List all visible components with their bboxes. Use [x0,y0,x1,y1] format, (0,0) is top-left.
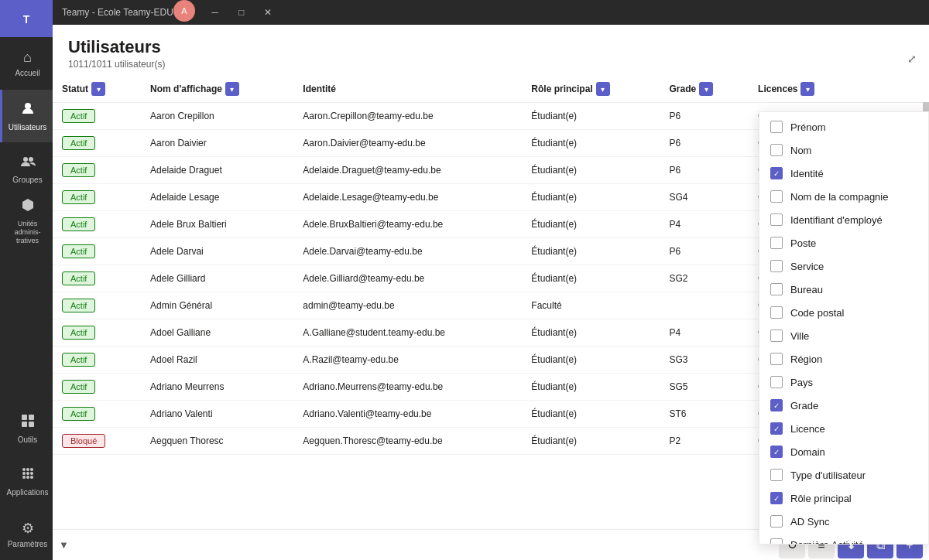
dropdown-item-poste[interactable]: Poste [759,231,928,254]
sidebar-item-outils[interactable]: Outils [0,402,53,455]
licences-filter-button[interactable]: ▾ [800,82,814,96]
cell-nom: Adoel Galliane [141,319,293,347]
page-header: Utilisateurs 1011/1011 utilisateur(s) [53,25,929,76]
statut-filter-button[interactable]: ▾ [91,82,105,96]
dropdown-item-region[interactable]: Région [759,347,928,370]
dropdown-item-nom_compagnie[interactable]: Nom de la compagnie [759,185,928,208]
checkbox [770,260,783,272]
cell-grade: P4 [660,211,749,238]
checkbox: ✓ [770,446,783,458]
sidebar-item-accueil[interactable]: ⌂ Accueil [0,37,53,90]
svg-point-2 [25,103,31,109]
dropdown-item-label: AD Sync [790,516,830,528]
dropdown-item-label: Ville [790,330,809,342]
dropdown-item-label: Identité [790,168,824,179]
dropdown-item-derniere_activite[interactable]: Dernière Activité [759,533,928,545]
dropdown-item-label: Pays [790,377,813,388]
grade-filter-button[interactable]: ▾ [699,82,713,96]
expand-button[interactable]: ⤢ [907,53,917,65]
svg-point-13 [30,468,33,471]
cell-role: Étudiant(e) [522,157,660,184]
user-avatar: A [173,0,195,22]
cell-statut: Bloqué [53,428,141,455]
dropdown-item-pays[interactable]: Pays [759,370,928,394]
cell-nom: Adele Brux Baltieri [141,211,293,238]
col-header-nom-affichage: Nom d'affichage ▾ [141,76,293,103]
dropdown-item-identifiant_employe[interactable]: Identifiant d'employé [759,208,928,231]
nom-filter-button[interactable]: ▾ [225,82,239,96]
dropdown-item-label: Grade [790,400,818,411]
cell-role: Étudiant(e) [522,401,660,428]
dropdown-item-label: Licence [790,423,825,435]
filter-input-wrap: ▼ [59,539,776,551]
cell-statut: Actif [53,157,141,184]
sidebar-item-groupes[interactable]: Groupes [0,142,53,195]
cell-statut: Actif [53,374,141,401]
sidebar-item-label: Utilisateurs [9,123,46,131]
sidebar-item-parametres[interactable]: ⚙ Paramètres [0,507,53,560]
dropdown-item-label: Rôle principal [790,493,852,504]
dropdown-item-nom[interactable]: Nom [759,138,928,162]
svg-point-14 [22,472,26,475]
dropdown-item-label: Code postal [790,307,844,319]
checkbox [770,376,783,388]
role-filter-button[interactable]: ▾ [596,82,610,96]
svg-point-18 [26,476,29,479]
dropdown-item-label: Région [790,353,822,365]
outils-icon [20,413,36,432]
dropdown-item-label: Prénom [790,121,826,133]
filter-input[interactable] [74,539,776,551]
dropdown-item-bureau[interactable]: Bureau [759,278,928,301]
cell-role: Étudiant(e) [522,211,660,238]
dropdown-item-licence[interactable]: ✓Licence [759,417,928,440]
dropdown-item-grade[interactable]: ✓Grade [759,394,928,417]
dropdown-item-domain[interactable]: ✓Domain [759,440,928,463]
cell-nom: Adriano Valenti [141,401,293,428]
dropdown-item-service[interactable]: Service [759,254,928,278]
cell-identite: Adriano.Meurrens@teamy-edu.be [293,374,522,401]
cell-statut: Actif [53,319,141,347]
cell-statut: Actif [53,401,141,428]
cell-identite: Adele.Gilliard@teamy-edu.be [293,265,522,292]
dropdown-item-label: Bureau [790,284,823,295]
page-subtitle: 1011/1011 utilisateur(s) [68,59,914,70]
col-header-licences: Licences ▾ [749,76,929,103]
cell-grade: P6 [660,130,749,157]
unites-icon [20,197,36,217]
dropdown-item-code_postal[interactable]: Code postal [759,301,928,324]
svg-point-3 [23,157,28,162]
cell-role: Étudiant(e) [522,238,660,265]
dropdown-item-ville[interactable]: Ville [759,324,928,347]
svg-rect-7 [22,415,27,420]
sidebar-item-utilisateurs[interactable]: Utilisateurs [0,90,53,142]
page-title: Utilisateurs [68,37,914,57]
dropdown-item-ad_sync[interactable]: AD Sync [759,510,928,533]
cell-nom: Adriano Meurrens [141,374,293,401]
cell-identite: Adele.Darvai@teamy-edu.be [293,238,522,265]
checkbox [770,538,783,545]
cell-grade: P6 [660,157,749,184]
maximize-button[interactable]: □ [229,0,254,25]
cell-grade: P2 [660,428,749,455]
dropdown-item-type_utilisateur[interactable]: Type d'utilisateur [759,463,928,487]
sidebar-item-applications[interactable]: Applications [0,455,53,507]
close-button[interactable]: ✕ [255,0,280,25]
sidebar-item-label: Outils [18,435,38,444]
sidebar-item-unites[interactable]: Unitésadminis-tratives [0,195,53,248]
sidebar: T ⌂ Accueil Utilisateurs Groupes [0,0,53,560]
dropdown-item-identite[interactable]: ✓Identité [759,162,928,185]
cell-statut: Actif [53,238,141,265]
sidebar-item-label: Accueil [15,69,39,77]
minimize-button[interactable]: ─ [203,0,228,25]
cell-role: Étudiant(e) [522,374,660,401]
cell-nom: Adelaide Draguet [141,157,293,184]
cell-statut: Actif [53,103,141,130]
dropdown-item-role_principal[interactable]: ✓Rôle principal [759,487,928,510]
titlebar: Teamy - Ecole Teamy-EDU A ─ □ ✕ [53,0,929,25]
dropdown-item-prenom[interactable]: Prénom [759,115,928,138]
svg-point-16 [30,472,33,475]
cell-identite: A.Razil@teamy-edu.be [293,347,522,374]
sidebar-item-label: Unitésadminis-tratives [14,220,40,244]
checkbox: ✓ [770,399,783,411]
cell-grade: SG4 [660,184,749,211]
